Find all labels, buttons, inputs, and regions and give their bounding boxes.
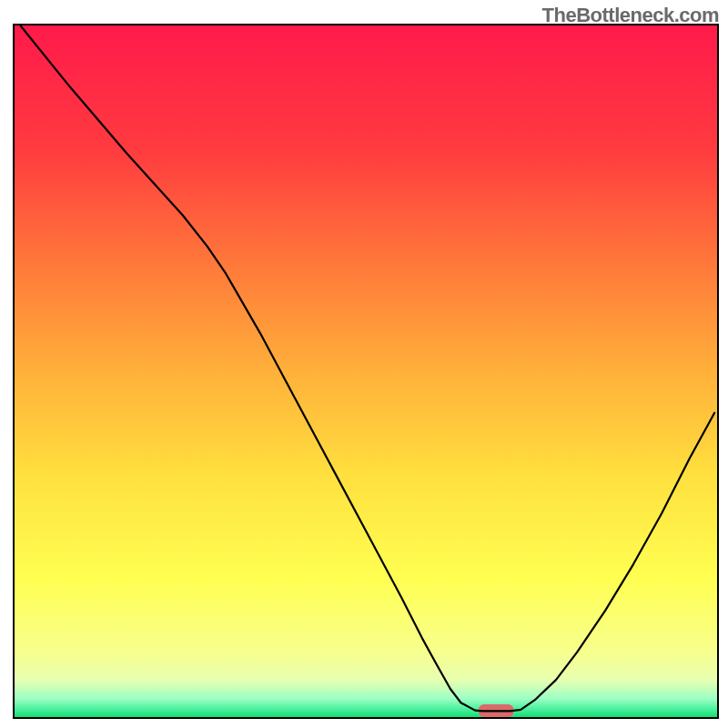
bottleneck-chart <box>0 0 728 728</box>
gradient-background <box>14 25 718 718</box>
chart-container: TheBottleneck.com <box>0 0 728 728</box>
watermark-text: TheBottleneck.com <box>542 4 719 27</box>
